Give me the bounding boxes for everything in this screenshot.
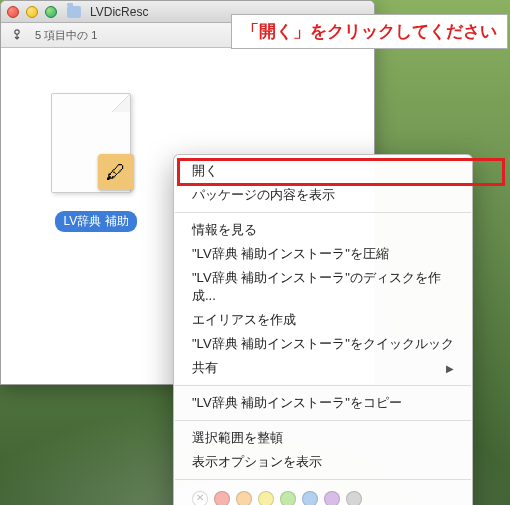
context-menu: 開く パッケージの内容を表示 情報を見る "LV辞典 補助インストーラ"を圧縮 … — [173, 154, 473, 505]
label-gray[interactable] — [346, 491, 362, 505]
menu-view-options-label: 表示オプションを表示 — [192, 453, 322, 471]
menu-separator — [175, 420, 471, 421]
menu-quick-look-label: "LV辞典 補助インストーラ"をクイックルック — [192, 335, 454, 353]
label-yellow[interactable] — [258, 491, 274, 505]
menu-share[interactable]: 共有▶ — [174, 356, 472, 380]
label-green[interactable] — [280, 491, 296, 505]
traffic-lights — [7, 6, 57, 18]
menu-clean-up[interactable]: 選択範囲を整頓 — [174, 426, 472, 450]
menu-compress-label: "LV辞典 補助インストーラ"を圧縮 — [192, 245, 389, 263]
file-item[interactable]: 🖊 LV辞典 補助 — [41, 93, 151, 232]
file-label: LV辞典 補助 — [55, 211, 136, 232]
instruction-callout: 「開く」をクリックしてください — [231, 14, 508, 49]
window-title: LVDicResc — [90, 5, 148, 19]
minimize-button[interactable] — [26, 6, 38, 18]
label-none[interactable] — [192, 491, 208, 505]
menu-separator — [175, 212, 471, 213]
folder-icon — [67, 6, 81, 18]
menu-quick-look[interactable]: "LV辞典 補助インストーラ"をクイックルック — [174, 332, 472, 356]
action-menu-icon[interactable] — [9, 27, 25, 43]
menu-separator — [175, 385, 471, 386]
menu-make-alias-label: エイリアスを作成 — [192, 311, 296, 329]
menu-make-alias[interactable]: エイリアスを作成 — [174, 308, 472, 332]
menu-separator — [175, 479, 471, 480]
label-orange[interactable] — [236, 491, 252, 505]
menu-copy-label: "LV辞典 補助インストーラ"をコピー — [192, 394, 402, 412]
menu-compress[interactable]: "LV辞典 補助インストーラ"を圧縮 — [174, 242, 472, 266]
menu-burn-disc-label: "LV辞典 補助インストーラ"のディスクを作成... — [192, 269, 454, 305]
menu-share-label: 共有 — [192, 359, 218, 377]
menu-open-label: 開く — [192, 162, 218, 180]
script-app-icon: 🖊 — [51, 93, 141, 203]
svg-point-0 — [15, 30, 19, 34]
menu-open[interactable]: 開く — [174, 159, 472, 183]
label-color-row — [174, 485, 472, 505]
close-button[interactable] — [7, 6, 19, 18]
label-blue[interactable] — [302, 491, 318, 505]
menu-burn-disc[interactable]: "LV辞典 補助インストーラ"のディスクを作成... — [174, 266, 472, 308]
menu-copy[interactable]: "LV辞典 補助インストーラ"をコピー — [174, 391, 472, 415]
label-purple[interactable] — [324, 491, 340, 505]
menu-view-options[interactable]: 表示オプションを表示 — [174, 450, 472, 474]
menu-get-info-label: 情報を見る — [192, 221, 257, 239]
menu-clean-up-label: 選択範囲を整頓 — [192, 429, 283, 447]
label-red[interactable] — [214, 491, 230, 505]
menu-get-info[interactable]: 情報を見る — [174, 218, 472, 242]
status-text: 5 項目中の 1 — [35, 28, 97, 43]
menu-package-contents[interactable]: パッケージの内容を表示 — [174, 183, 472, 207]
menu-package-contents-label: パッケージの内容を表示 — [192, 186, 335, 204]
zoom-button[interactable] — [45, 6, 57, 18]
submenu-arrow-icon: ▶ — [446, 363, 454, 374]
